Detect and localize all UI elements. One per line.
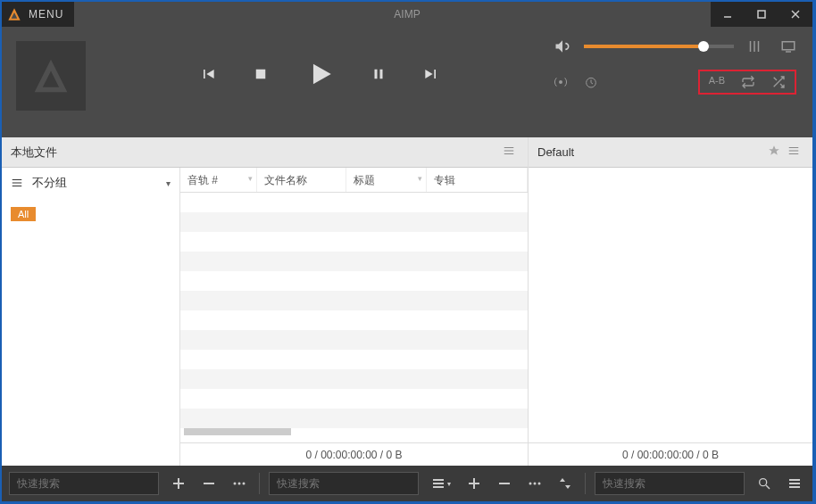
svg-point-11	[243, 483, 246, 485]
sort-button[interactable]	[554, 473, 576, 494]
svg-rect-4	[256, 70, 266, 79]
favorite-icon[interactable]	[764, 141, 784, 164]
pause-button[interactable]	[371, 66, 387, 82]
album-art	[16, 41, 86, 111]
svg-point-10	[238, 483, 241, 485]
search-left[interactable]	[9, 472, 159, 495]
stop-button[interactable]	[253, 66, 269, 82]
chevron-down-icon: ▾	[166, 178, 171, 188]
player-panel: A-B	[2, 27, 812, 137]
tab-local-files[interactable]: 本地文件	[11, 145, 57, 161]
equalizer-icon[interactable]	[746, 38, 762, 54]
volume-icon[interactable]	[554, 37, 571, 55]
table-row	[180, 271, 528, 291]
search-right[interactable]	[595, 472, 745, 495]
table-row	[180, 330, 528, 350]
table-row	[180, 389, 528, 409]
table-row	[180, 409, 528, 428]
svg-rect-5	[782, 42, 795, 50]
list-menu-button[interactable]: ▾	[428, 473, 454, 494]
svg-point-7	[559, 80, 562, 84]
track-grid: 音轨 #▾ 文件名称 标题▾ 专辑 0 / 00:00:00:00 / 0 B	[180, 168, 528, 466]
svg-line-16	[766, 485, 770, 489]
group-sidebar: 不分组 ▾ All	[2, 168, 180, 466]
table-row	[180, 193, 528, 212]
col-title[interactable]: 标题▾	[346, 168, 427, 192]
table-row	[180, 212, 528, 232]
display-icon[interactable]	[780, 38, 796, 54]
maximize-button[interactable]	[745, 2, 779, 27]
titlebar: MENU AIMP	[2, 2, 812, 27]
app-logo-icon	[31, 56, 71, 95]
group-label: 不分组	[32, 175, 67, 191]
close-button[interactable]	[779, 2, 812, 27]
remove-button-2[interactable]	[494, 473, 515, 494]
col-album[interactable]: 专辑	[427, 168, 528, 192]
panel-menu-icon[interactable]	[784, 141, 804, 164]
menu-label: MENU	[29, 8, 63, 21]
tab-default[interactable]: Default	[537, 145, 574, 159]
svg-rect-1	[758, 11, 765, 18]
horizontal-scrollbar[interactable]	[184, 428, 291, 435]
radio-icon[interactable]	[554, 75, 568, 89]
col-filename[interactable]: 文件名称	[257, 168, 346, 192]
more-button-2[interactable]	[524, 473, 545, 494]
playback-options-highlight: A-B	[698, 70, 796, 95]
status-left: 0 / 00:00:00:00 / 0 B	[180, 442, 528, 466]
svg-point-12	[529, 483, 532, 485]
filter-icon[interactable]: ▾	[418, 174, 422, 183]
grid-rows	[180, 193, 528, 442]
table-row	[180, 291, 528, 310]
col-track[interactable]: 音轨 #▾	[180, 168, 257, 192]
group-selector[interactable]: 不分组 ▾	[11, 175, 171, 191]
table-row	[180, 369, 528, 389]
search-icon[interactable]	[754, 473, 775, 494]
menu-button[interactable]: MENU	[2, 2, 74, 27]
next-button[interactable]	[422, 65, 440, 83]
bottom-toolbar: ▾	[2, 466, 812, 501]
more-button[interactable]	[229, 473, 250, 494]
filter-all-chip[interactable]: All	[11, 207, 36, 221]
prev-button[interactable]	[199, 65, 217, 83]
shuffle-icon[interactable]	[771, 75, 786, 89]
app-logo-icon	[7, 7, 21, 21]
playlist-empty	[529, 168, 812, 442]
menu-icon[interactable]	[784, 473, 805, 494]
add-button-2[interactable]	[463, 473, 485, 494]
timer-icon[interactable]	[584, 75, 598, 89]
table-row	[180, 310, 528, 330]
svg-point-13	[534, 483, 537, 485]
panel-menu-icon[interactable]	[499, 141, 519, 164]
search-middle[interactable]	[269, 472, 419, 495]
remove-button[interactable]	[198, 473, 220, 494]
table-row	[180, 232, 528, 252]
svg-point-14	[538, 483, 541, 485]
svg-point-15	[760, 479, 767, 486]
svg-point-9	[234, 483, 237, 485]
add-button[interactable]	[168, 473, 189, 494]
repeat-icon[interactable]	[741, 75, 755, 89]
table-row	[180, 350, 528, 369]
volume-slider[interactable]	[584, 45, 734, 48]
play-button[interactable]	[304, 59, 335, 89]
hamburger-icon	[11, 177, 23, 189]
minimize-button[interactable]	[711, 2, 745, 27]
ab-repeat-button[interactable]: A-B	[709, 75, 725, 89]
local-files-panel: 本地文件 不分组 ▾ All 音轨 #▾ 文件名称	[2, 137, 529, 466]
window-title: AIMP	[394, 8, 420, 21]
filter-icon[interactable]: ▾	[248, 174, 253, 183]
table-row	[180, 252, 528, 271]
playlist-panel: Default 0 / 00:00:00:00 / 0 B	[529, 137, 812, 466]
status-right: 0 / 00:00:00:00 / 0 B	[529, 442, 812, 466]
